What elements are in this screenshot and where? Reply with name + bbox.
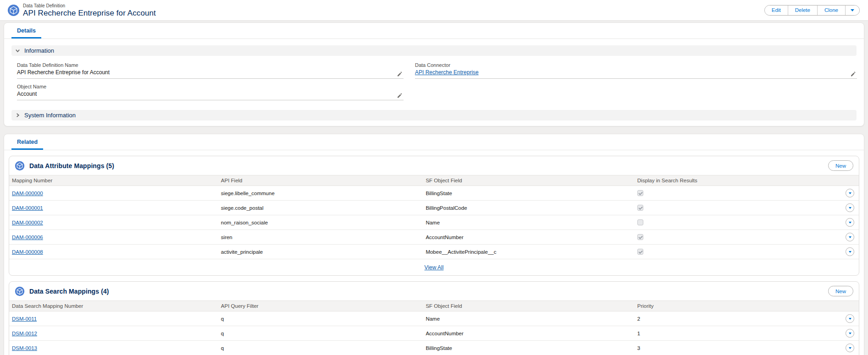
record-link-cell: DAM-000001 bbox=[9, 201, 218, 215]
checkbox-cell bbox=[635, 186, 837, 201]
table-header-row: Data Search Mapping NumberAPI Query Filt… bbox=[9, 301, 859, 311]
table-cell: AccountNumber bbox=[423, 326, 634, 341]
chevron-down-icon bbox=[849, 192, 851, 194]
column-header: API Query Filter bbox=[218, 301, 423, 311]
new-button[interactable]: New bbox=[828, 160, 853, 171]
related-list-data-attribute-mappings: Data Attribute Mappings (5) New Mapping … bbox=[9, 156, 859, 276]
row-actions-button[interactable] bbox=[846, 203, 854, 212]
related-list-title: Data Attribute Mappings (5) bbox=[29, 162, 114, 169]
new-button[interactable]: New bbox=[828, 286, 853, 296]
actions-column-header bbox=[837, 175, 859, 186]
view-all-link[interactable]: View All bbox=[425, 264, 444, 271]
tab-related[interactable]: Related bbox=[11, 134, 43, 150]
table-cell: q bbox=[218, 341, 423, 355]
edit-field-button[interactable] bbox=[397, 71, 403, 77]
table-cell: Mobee__ActivitePrincipale__c bbox=[423, 245, 634, 259]
checkbox-cell bbox=[635, 215, 837, 230]
column-header: SF Object Field bbox=[423, 301, 634, 311]
section-title: Information bbox=[24, 47, 54, 54]
chevron-down-icon bbox=[849, 207, 851, 209]
edit-field-button[interactable] bbox=[850, 71, 856, 77]
record-link[interactable]: DSM-0011 bbox=[12, 316, 37, 322]
row-actions-cell bbox=[837, 326, 859, 341]
table-cell: q bbox=[218, 326, 423, 341]
record-link[interactable]: DAM-000006 bbox=[12, 235, 43, 240]
related-list-title: Data Search Mappings (4) bbox=[29, 288, 109, 295]
record-link-cell: DSM-0012 bbox=[9, 326, 218, 341]
system-information-section: System Information bbox=[11, 110, 857, 120]
related-list-header: Data Attribute Mappings (5) New bbox=[9, 156, 859, 175]
table-cell: BillingPostalCode bbox=[423, 201, 634, 215]
record-link[interactable]: DSM-0012 bbox=[12, 331, 37, 336]
view-all-row: View All bbox=[9, 259, 859, 275]
record-link[interactable]: DAM-000000 bbox=[12, 191, 43, 196]
row-actions-button[interactable] bbox=[846, 344, 854, 352]
data-attribute-mappings-table: Mapping NumberAPI FieldSF Object FieldDi… bbox=[9, 175, 859, 259]
table-cell: activite_principale bbox=[218, 245, 423, 259]
row-actions-button[interactable] bbox=[846, 247, 854, 256]
chevron-down-icon bbox=[849, 236, 851, 238]
actions-column-header bbox=[837, 301, 859, 311]
related-tab-bar: Related bbox=[4, 134, 864, 150]
checkbox-cell bbox=[635, 201, 837, 215]
table-cell: q bbox=[218, 311, 423, 326]
record-page-header: Data Table Definition API Recherche Entr… bbox=[0, 0, 868, 20]
column-header: API Field bbox=[218, 175, 423, 186]
table-cell: AccountNumber bbox=[423, 230, 634, 245]
record-link[interactable]: DAM-000002 bbox=[12, 220, 43, 225]
record-link-cell: DAM-000006 bbox=[9, 230, 218, 245]
table-row: DAM-000006sirenAccountNumber bbox=[9, 230, 859, 245]
data-connector-link[interactable]: API Recherche Entreprise bbox=[415, 69, 479, 76]
pencil-icon bbox=[397, 93, 403, 98]
row-actions-button[interactable] bbox=[846, 314, 854, 323]
system-information-section-header[interactable]: System Information bbox=[11, 110, 857, 120]
data-search-mapping-icon bbox=[15, 286, 25, 296]
row-actions-button[interactable] bbox=[846, 218, 854, 227]
details-tab-bar: Details bbox=[4, 23, 864, 39]
related-list-header: Data Search Mappings (4) New bbox=[9, 282, 859, 300]
record-actions-button-group: Edit Delete Clone bbox=[764, 5, 860, 16]
row-actions-cell bbox=[837, 201, 859, 215]
chevron-down-icon bbox=[849, 318, 851, 320]
record-link-cell: DAM-000000 bbox=[9, 186, 218, 201]
record-link-cell: DSM-0011 bbox=[9, 311, 218, 326]
row-actions-cell bbox=[837, 311, 859, 326]
chevron-down-icon bbox=[15, 48, 20, 53]
checkbox-cell bbox=[635, 230, 837, 245]
table-cell: 2 bbox=[635, 311, 837, 326]
details-card: Details Information Data Table Definitio… bbox=[4, 22, 864, 126]
tab-details[interactable]: Details bbox=[11, 23, 41, 38]
information-section-header[interactable]: Information bbox=[11, 45, 857, 56]
chevron-down-icon bbox=[849, 222, 851, 224]
record-link[interactable]: DAM-000001 bbox=[12, 205, 43, 211]
record-link[interactable]: DAM-000008 bbox=[12, 249, 43, 255]
display-in-search-results-checkbox bbox=[637, 249, 643, 255]
field-label: Object Name bbox=[17, 83, 392, 90]
row-actions-button[interactable] bbox=[846, 189, 854, 197]
chevron-down-icon bbox=[849, 333, 851, 334]
field-value: Account bbox=[17, 91, 392, 98]
row-actions-cell bbox=[837, 230, 859, 245]
table-row: DSM-0012qAccountNumber1 bbox=[9, 326, 859, 341]
table-row: DSM-0013qBillingState3 bbox=[9, 341, 859, 355]
table-cell: Name bbox=[423, 215, 634, 230]
edit-field-button[interactable] bbox=[397, 93, 403, 98]
edit-button[interactable]: Edit bbox=[765, 5, 788, 15]
data-table-definition-record-icon bbox=[7, 4, 20, 16]
section-title: System Information bbox=[24, 112, 76, 119]
table-cell: BillingState bbox=[423, 341, 634, 355]
row-actions-cell bbox=[837, 215, 859, 230]
record-link-cell: DAM-000002 bbox=[9, 215, 218, 230]
column-header: Data Search Mapping Number bbox=[9, 301, 218, 311]
table-header-row: Mapping NumberAPI FieldSF Object FieldDi… bbox=[9, 175, 859, 186]
page-title: API Recherche Entreprise for Account bbox=[23, 9, 156, 17]
row-actions-button[interactable] bbox=[846, 329, 854, 338]
record-link[interactable]: DSM-0013 bbox=[12, 345, 37, 351]
more-actions-button[interactable] bbox=[845, 5, 859, 15]
clone-button[interactable]: Clone bbox=[817, 5, 845, 15]
delete-button[interactable]: Delete bbox=[788, 5, 817, 15]
table-row: DAM-000008activite_principaleMobee__Acti… bbox=[9, 245, 859, 259]
row-actions-button[interactable] bbox=[846, 233, 854, 241]
pencil-icon bbox=[397, 71, 403, 77]
table-row: DAM-000001siege.code_postalBillingPostal… bbox=[9, 201, 859, 215]
